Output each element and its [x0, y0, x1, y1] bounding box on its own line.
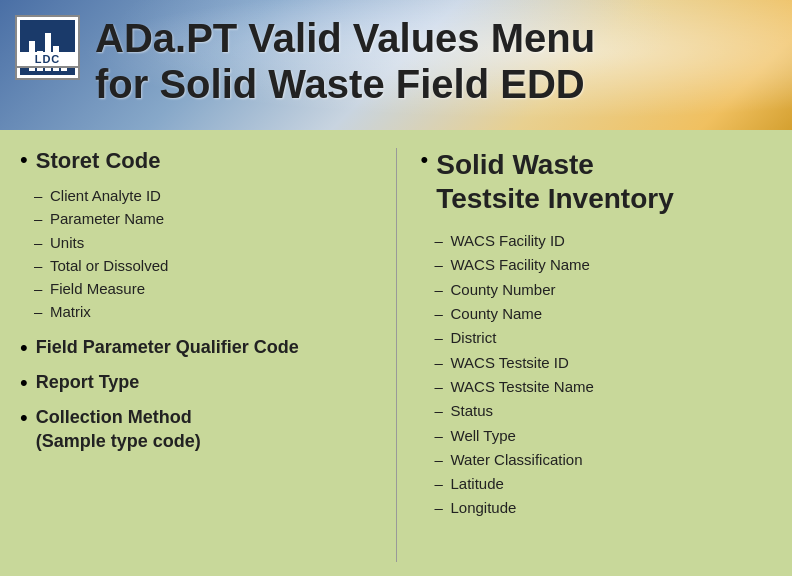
right-panel: • Solid Waste Testsite Inventory WACS Fa…	[421, 148, 773, 562]
sw-item-10: Water Classification	[435, 448, 773, 472]
solid-waste-list: WACS Facility ID WACS Facility Name Coun…	[435, 229, 773, 521]
report-type-bullet: •	[20, 371, 28, 395]
storet-item-2: Parameter Name	[34, 207, 372, 230]
sw-item-12: Longitude	[435, 496, 773, 520]
sw-item-11: Latitude	[435, 472, 773, 496]
storet-bullet: •	[20, 148, 28, 172]
sw-item-9: Well Type	[435, 424, 773, 448]
storet-title: Storet Code	[36, 148, 161, 174]
sw-item-3: County Number	[435, 278, 773, 302]
report-type-label: Report Type	[36, 371, 140, 394]
right-title-line1: Solid Waste	[436, 149, 594, 180]
field-param-bullet: •	[20, 336, 28, 360]
header-title-line2: for Solid Waste Field EDD	[95, 62, 585, 106]
logo-text: LDC	[15, 52, 80, 68]
storet-item-3: Units	[34, 231, 372, 254]
storet-item-1: Client Analyte ID	[34, 184, 372, 207]
sw-item-4: County Name	[435, 302, 773, 326]
sw-item-7: WACS Testsite Name	[435, 375, 773, 399]
sw-item-5: District	[435, 326, 773, 350]
left-panel: • Storet Code Client Analyte ID Paramete…	[20, 148, 372, 562]
solid-waste-title: Solid Waste Testsite Inventory	[436, 148, 674, 215]
header: LDC ADa.PT Valid Values Menu for Solid W…	[0, 0, 792, 130]
storet-list: Client Analyte ID Parameter Name Units T…	[34, 184, 372, 324]
storet-item-4: Total or Dissolved	[34, 254, 372, 277]
collection-method-bullet: •	[20, 406, 28, 430]
storet-item-5: Field Measure	[34, 277, 372, 300]
panel-divider	[396, 148, 397, 562]
right-title-line2: Testsite Inventory	[436, 183, 674, 214]
logo-box	[15, 15, 80, 80]
collection-method-label: Collection Method(Sample type code)	[36, 406, 201, 453]
storet-item-6: Matrix	[34, 300, 372, 323]
field-param-label: Field Parameter Qualifier Code	[36, 336, 299, 359]
sw-item-1: WACS Facility ID	[435, 229, 773, 253]
solid-waste-bullet: •	[421, 148, 429, 172]
sw-item-6: WACS Testsite ID	[435, 351, 773, 375]
header-title-line1: ADa.PT Valid Values Menu	[95, 16, 595, 60]
content-area: • Storet Code Client Analyte ID Paramete…	[0, 130, 792, 576]
sw-item-8: Status	[435, 399, 773, 423]
sw-item-2: WACS Facility Name	[435, 253, 773, 277]
header-title: ADa.PT Valid Values Menu for Solid Waste…	[95, 15, 595, 107]
